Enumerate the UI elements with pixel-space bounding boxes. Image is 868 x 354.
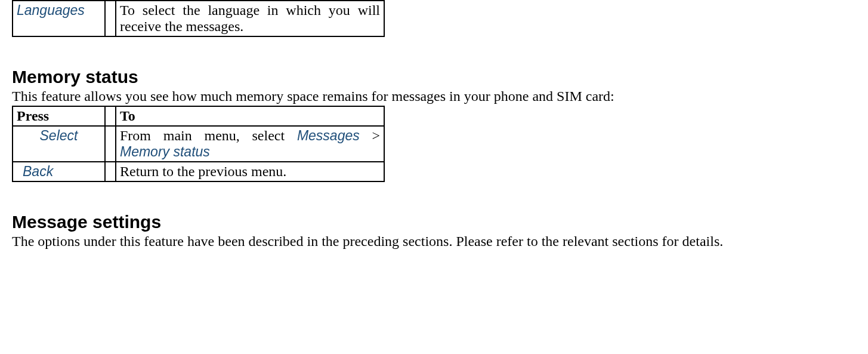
memory-status-intro: This feature allows you see how much mem… [12,88,856,104]
menu-label-back: Back [17,164,53,179]
table-row: Select From main menu, select Messages >… [13,126,384,162]
table-row: Languages To select the language in whic… [13,1,384,36]
menu-label-messages: Messages [297,128,360,143]
cell-description: From main menu, select Messages > Memory… [116,126,384,162]
cell-label: Back [13,162,105,181]
heading-message-settings: Message settings [12,212,856,232]
memory-status-table: Press To Select From main menu, select M… [12,106,385,182]
header-spacer [105,106,116,126]
cell-spacer [105,1,116,36]
cell-label: Select [13,126,105,162]
cell-spacer [105,162,116,181]
table-header-row: Press To [13,106,384,126]
header-press: Press [13,106,105,126]
cell-spacer [105,126,116,162]
heading-memory-status: Memory status [12,67,856,87]
menu-label-memory-status: Memory status [120,144,210,159]
desc-separator: > [360,128,380,143]
menu-label-select: Select [17,128,101,144]
header-to: To [116,106,384,126]
table-row: Back Return to the previous menu. [13,162,384,181]
cell-description: To select the language in which you will… [116,1,384,36]
cell-label: Languages [13,1,105,36]
message-settings-intro: The options under this feature have been… [12,233,856,250]
languages-table: Languages To select the language in whic… [12,0,385,37]
desc-prefix: From main menu, select [120,128,297,143]
menu-label-languages: Languages [17,2,85,18]
cell-description: Return to the previous menu. [116,162,384,181]
